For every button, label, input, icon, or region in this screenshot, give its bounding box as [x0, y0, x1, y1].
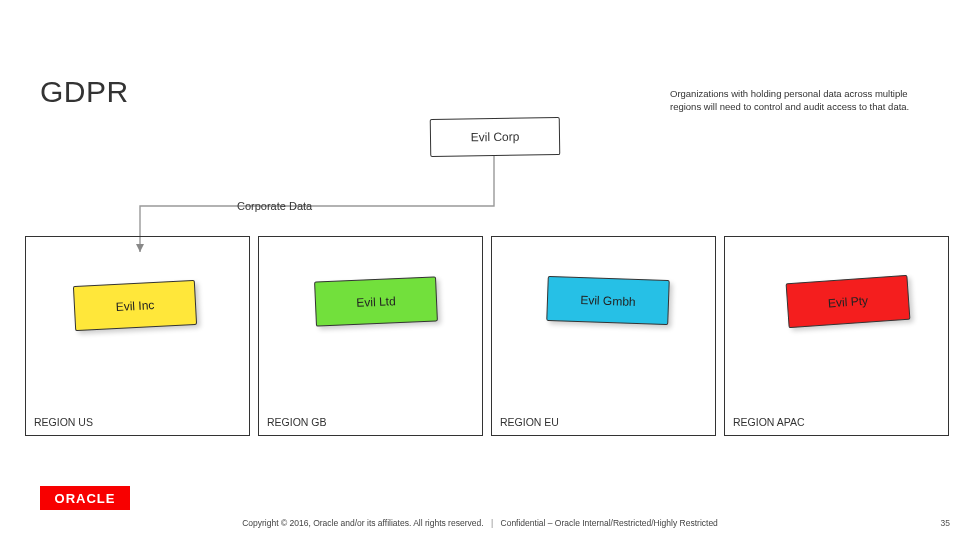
- entity-card: Evil Gmbh: [546, 276, 669, 325]
- region-box: Evil Pty REGION APAC: [724, 236, 949, 436]
- footer-text: Copyright © 2016, Oracle and/or its affi…: [0, 518, 960, 528]
- region-box: Evil Gmbh REGION EU: [491, 236, 716, 436]
- region-label: REGION APAC: [733, 416, 805, 428]
- region-row: Evil Inc REGION US Evil Ltd REGION GB Ev…: [25, 236, 949, 436]
- region-box: Evil Ltd REGION GB: [258, 236, 483, 436]
- region-box: Evil Inc REGION US: [25, 236, 250, 436]
- entity-card: Evil Pty: [786, 275, 911, 328]
- footer-separator: |: [491, 518, 493, 528]
- region-label: REGION GB: [267, 416, 327, 428]
- oracle-logo: ORACLE: [40, 486, 130, 510]
- slide-subtitle: Organizations with holding personal data…: [670, 88, 940, 114]
- entity-card: Evil Inc: [73, 280, 197, 331]
- footer-confidential: Confidential – Oracle Internal/Restricte…: [501, 518, 718, 528]
- region-label: REGION US: [34, 416, 93, 428]
- footer-copyright: Copyright © 2016, Oracle and/or its affi…: [242, 518, 483, 528]
- section-label: Corporate Data: [237, 200, 312, 212]
- top-entity-box: Evil Corp: [430, 117, 561, 157]
- region-label: REGION EU: [500, 416, 559, 428]
- entity-card: Evil Ltd: [314, 276, 438, 326]
- slide-title: GDPR: [40, 75, 129, 109]
- page-number: 35: [941, 518, 950, 528]
